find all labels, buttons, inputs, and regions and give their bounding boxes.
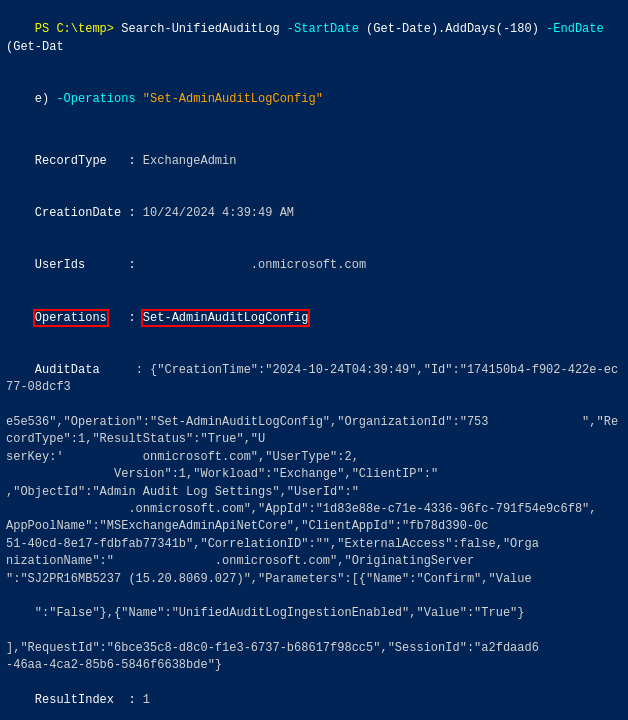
get-date-2: (Get-Dat (6, 40, 64, 54)
record1-operations-line: Operations : Set-AdminAuditLogConfig (6, 292, 622, 344)
prompt-ps: PS C:\temp> (35, 22, 114, 36)
record1-auditdata-11: ":"False"},{"Name":"UnifiedAuditLogInges… (6, 588, 622, 640)
record1-ad3: serKey:' onmicrosoft.com","UserType":2, (6, 450, 359, 464)
record1-resultindex: ResultIndex : 1 (6, 675, 622, 720)
record1-ad9: nizationName":" .onmicrosoft.com","Origi… (6, 554, 474, 568)
operations-value-prompt: "Set-AdminAuditLogConfig" (143, 92, 323, 106)
command-cont: e) (35, 92, 57, 106)
prompt-line-cont: e) -Operations "Set-AdminAuditLogConfig" (6, 74, 622, 126)
record1-auditdata-13: -46aa-4ca2-85b6-5846f6638bde"} (6, 657, 622, 674)
record1-ri-value: 1 (143, 693, 150, 707)
record1-auditdata: AuditData : {"CreationTime":"2024-10-24T… (6, 344, 622, 414)
get-date-1: (Get-Date).AddDays(-180) (366, 22, 546, 36)
record1-operations-value: Set-AdminAuditLogConfig (143, 311, 309, 325)
record1-auditdata-10: ":"SJ2PR16MB5237 (15.20.8069.027)","Para… (6, 571, 622, 588)
record1-creationdate: CreationDate : 10/24/2024 4:39:49 AM (6, 188, 622, 240)
record1-ad8: 51-40cd-8e17-fdbfab77341b","CorrelationI… (6, 537, 539, 551)
record1-ad13: -46aa-4ca2-85b6-5846f6638bde"} (6, 658, 222, 672)
record1-auditdata-4: Version":1,"Workload":"Exchange","Client… (6, 466, 622, 483)
record1-ad6: .onmicrosoft.com","AppId":"1d83e88e-c71e… (6, 502, 597, 516)
record1-ad10: ":"SJ2PR16MB5237 (15.20.8069.027)","Para… (6, 572, 532, 586)
record1-ri-label: ResultIndex : (35, 693, 143, 707)
record1-creationdate-value: 10/24/2024 4:39:49 AM (143, 206, 294, 220)
record1-recordtype-label: RecordType : (35, 154, 143, 168)
prompt-line: PS C:\temp> Search-UnifiedAuditLog -Star… (6, 4, 622, 74)
record1-recordtype-value: ExchangeAdmin (143, 154, 237, 168)
param-enddate: -EndDate (546, 22, 611, 36)
record1-userids-label: UserIds : (35, 258, 143, 272)
record1-ad12: ],"RequestId":"6bce35c8-d8c0-f1e3-6737-b… (6, 641, 539, 655)
record1-userids: UserIds : .onmicrosoft.com (6, 240, 622, 292)
record1-auditdata-6: .onmicrosoft.com","AppId":"1d83e88e-c71e… (6, 501, 622, 518)
record1-ad4: Version":1,"Workload":"Exchange","Client… (6, 467, 438, 481)
record1-auditdata-3: serKey:' onmicrosoft.com","UserType":2, (6, 449, 622, 466)
record1-auditdata-7: AppPoolName":"MSExchangeAdminApiNetCore"… (6, 518, 622, 535)
command-text: Search-UnifiedAuditLog (114, 22, 287, 36)
record1-ad5: ,"ObjectId":"Admin Audit Log Settings","… (6, 485, 359, 499)
record1-ad11: ":"False"},{"Name":"UnifiedAuditLogInges… (35, 606, 525, 620)
record1-operations-label: Operations (35, 311, 107, 325)
record1-auditdata-9: nizationName":" .onmicrosoft.com","Origi… (6, 553, 622, 570)
record1-ad2: e5e536","Operation":"Set-AdminAuditLogCo… (6, 415, 618, 446)
record1-ad7: AppPoolName":"MSExchangeAdminApiNetCore"… (6, 519, 488, 533)
record1-auditdata-5: ,"ObjectId":"Admin Audit Log Settings","… (6, 484, 622, 501)
record1-auditdata-2: e5e536","Operation":"Set-AdminAuditLogCo… (6, 414, 622, 449)
record1-auditdata-12: ],"RequestId":"6bce35c8-d8c0-f1e3-6737-b… (6, 640, 622, 657)
record1-auditdata-label: AuditData (35, 363, 129, 377)
terminal-output: PS C:\temp> Search-UnifiedAuditLog -Star… (6, 4, 622, 720)
record1-creationdate-label: CreationDate : (35, 206, 143, 220)
record1-recordtype: RecordType : ExchangeAdmin (6, 136, 622, 188)
record1-auditdata-8: 51-40cd-8e17-fdbfab77341b","CorrelationI… (6, 536, 622, 553)
param-startdate: -StartDate (287, 22, 366, 36)
record1-userids-value: .onmicrosoft.com (143, 258, 366, 272)
param-operations: -Operations (56, 92, 142, 106)
record1-ops-colon: : (107, 311, 143, 325)
